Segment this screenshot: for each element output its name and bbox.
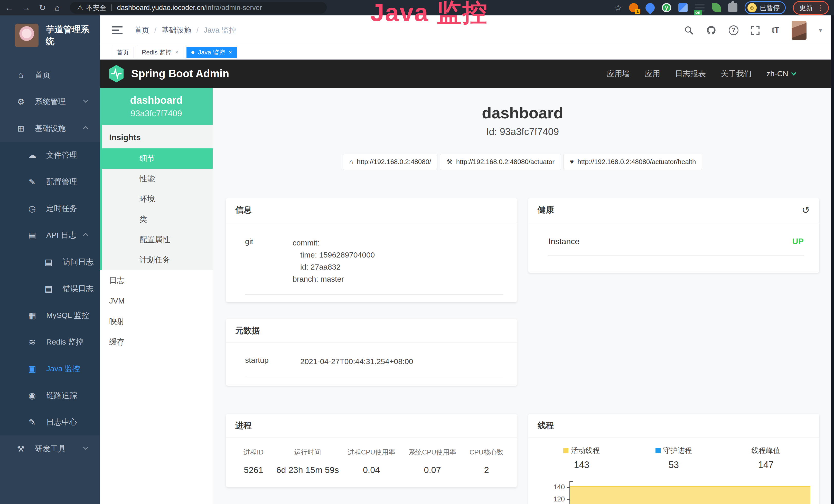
help-icon[interactable]: ? xyxy=(729,25,739,35)
close-icon[interactable]: × xyxy=(175,49,178,56)
sidebar-item-label: 研发工具 xyxy=(35,444,66,454)
chevron-down-icon xyxy=(83,97,88,103)
info-row-git: git commit: time: 1596289704000 id: 27aa… xyxy=(245,237,505,285)
instance-id: 93a3fc7f7409 xyxy=(130,109,182,118)
health-url: http://192.168.0.2:48080/actuator/health xyxy=(577,158,696,166)
sba-item-metrics[interactable]: 性能 xyxy=(102,169,213,189)
chevron-down-icon xyxy=(791,70,796,75)
breadcrumb-separator: / xyxy=(197,26,199,35)
actuator-url-button[interactable]: ⚒ http://192.168.0.2:48080/actuator xyxy=(440,154,561,170)
sidebar-item-error-log[interactable]: ▤ 错误日志 xyxy=(0,275,100,302)
sidebar-item-trace[interactable]: ◉ 链路追踪 xyxy=(0,382,100,409)
update-button[interactable]: 更新 ⋮ xyxy=(793,1,829,15)
sidebar-item-mysql-monitor[interactable]: ▦ MySQL 监控 xyxy=(0,302,100,329)
process-card-body: 进程ID 运行时间 进程CPU使用率 系统CPU使用率 CPU核心数 5261 … xyxy=(226,438,517,475)
java-monitor-icon: ▣ xyxy=(27,364,38,374)
sba-item-config-props[interactable]: 配置属性 xyxy=(102,230,213,250)
sba-item-scheduled-tasks[interactable]: 计划任务 xyxy=(102,250,213,270)
sidebar-item-label: Java 监控 xyxy=(46,364,80,374)
sba-item-details[interactable]: 细节 xyxy=(102,148,213,169)
sba-brand[interactable]: Spring Boot Admin xyxy=(131,68,229,80)
tab-java-monitor[interactable]: Java 监控 × xyxy=(186,47,237,58)
fullscreen-icon[interactable] xyxy=(751,26,760,35)
extension-badge: 1 xyxy=(635,9,640,15)
sidebar-item-dev-tools[interactable]: ⚒ 研发工具 xyxy=(0,435,100,462)
back-icon[interactable]: ← xyxy=(5,3,13,13)
sba-item-mappings[interactable]: 映射 xyxy=(100,311,213,332)
sidebar-item-access-log[interactable]: ▤ 访问日志 xyxy=(0,249,100,275)
sidebar-item-api-log[interactable]: ▤ API 日志 xyxy=(0,222,100,249)
sba-item-jvm[interactable]: JVM xyxy=(100,291,213,311)
info-card-body: git commit: time: 1596289704000 id: 27aa… xyxy=(226,222,517,295)
extension-icon-orange[interactable]: 1 xyxy=(629,3,638,12)
sidebar-item-log-center[interactable]: ✎ 日志中心 xyxy=(0,409,100,435)
sba-nav-journal[interactable]: 日志报表 xyxy=(675,69,706,79)
sba-item-classes[interactable]: 类 xyxy=(102,209,213,230)
cloud-upload-icon: ☁ xyxy=(27,150,38,160)
sidebar-item-file-manage[interactable]: ☁ 文件管理 xyxy=(0,142,100,168)
app-logo-row[interactable]: 芋道管理系统 xyxy=(0,16,100,50)
breadcrumb-separator: / xyxy=(154,26,156,35)
tab-home[interactable]: 首页 xyxy=(112,47,134,58)
tab-redis-monitor[interactable]: Redis 监控 × xyxy=(137,47,183,58)
heartbeat-icon: ♥ xyxy=(570,158,574,166)
sidebar-item-home[interactable]: ⌂ 首页 xyxy=(0,62,100,88)
caret-down-icon[interactable]: ▾ xyxy=(819,26,822,34)
locale-select[interactable]: zh-CN xyxy=(766,69,795,78)
breadcrumb-infrastructure[interactable]: 基础设施 xyxy=(161,25,191,36)
extension-icon-green[interactable]: y xyxy=(662,3,671,12)
sidebar-item-label: 基础设施 xyxy=(35,123,66,134)
instance-box: dashboard 93a3fc7f7409 xyxy=(100,88,213,125)
hamburger-icon[interactable] xyxy=(112,26,123,34)
sidebar-item-java-monitor[interactable]: ▣ Java 监控 xyxy=(0,356,100,382)
home-icon: ⌂ xyxy=(16,70,26,80)
close-icon[interactable]: × xyxy=(228,49,232,56)
sidebar-item-infrastructure[interactable]: ⊞ 基础设施 xyxy=(0,115,100,142)
sba-item-caches[interactable]: 缓存 xyxy=(100,332,213,352)
extension-icon-leaf[interactable] xyxy=(712,3,721,12)
metadata-card: 元数据 startup 2021-04-27T00:44:31.254+08:0… xyxy=(226,319,517,386)
extension-icon-grid[interactable] xyxy=(678,3,687,12)
git-time-line: time: 1596289704000 xyxy=(300,249,375,261)
security-label[interactable]: 不安全 xyxy=(86,3,106,12)
sidebar-item-config-manage[interactable]: ✎ 配置管理 xyxy=(0,168,100,195)
address-bar[interactable]: ⚠ 不安全 dashboard.yudao.iocoder.cn /infra/… xyxy=(70,2,327,14)
bookmark-star-icon[interactable]: ☆ xyxy=(614,3,622,13)
actuator-url: http://192.168.0.2:48080/actuator xyxy=(456,158,554,166)
sba-nav-applications[interactable]: 应用 xyxy=(645,69,660,79)
window-scrollbar[interactable] xyxy=(831,16,834,504)
sba-nav-wallboard[interactable]: 应用墙 xyxy=(607,69,630,79)
instance-name: dashboard xyxy=(130,94,182,106)
sba-item-environment[interactable]: 环境 xyxy=(102,189,213,209)
sba-item-logs[interactable]: 日志 xyxy=(100,270,213,291)
extension-icon-list[interactable]: on xyxy=(695,4,705,12)
reload-icon[interactable]: ↻ xyxy=(39,3,46,13)
log-center-icon: ✎ xyxy=(27,417,38,427)
breadcrumb-current: Java 监控 xyxy=(204,25,236,36)
sidebar-item-redis-monitor[interactable]: ≋ Redis 监控 xyxy=(0,329,100,356)
github-icon[interactable] xyxy=(706,25,716,36)
extensions-puzzle-icon[interactable] xyxy=(728,3,738,12)
app-sidebar: 芋道管理系统 ⌂ 首页 ⚙ 系统管理 ⊞ 基础设施 ☁ 文件管理 xyxy=(0,16,100,504)
avatar[interactable] xyxy=(792,21,807,40)
breadcrumb-home[interactable]: 首页 xyxy=(134,25,149,36)
browser-menu-icon[interactable]: ⋮ xyxy=(817,4,824,12)
health-url-button[interactable]: ♥ http://192.168.0.2:48080/actuator/heal… xyxy=(564,154,702,170)
cards-left-column: 信息 git commit: time: 1596289704000 id: 2… xyxy=(226,198,517,504)
legend-value: 147 xyxy=(758,460,774,471)
history-icon[interactable]: ↺ xyxy=(802,204,810,216)
sidebar-item-scheduled-task[interactable]: ◷ 定时任务 xyxy=(0,195,100,222)
browser-home-icon[interactable]: ⌂ xyxy=(55,3,60,13)
search-icon[interactable] xyxy=(684,25,694,35)
sba-nav-about[interactable]: 关于我们 xyxy=(721,69,751,79)
paused-profile-badge[interactable]: ☺ 已暂停 xyxy=(745,1,786,14)
app-title: 芋道管理系统 xyxy=(46,24,97,47)
forward-icon[interactable]: → xyxy=(22,3,30,13)
sidebar-item-system-manage[interactable]: ⚙ 系统管理 xyxy=(0,88,100,115)
service-url-button[interactable]: ⌂ http://192.168.0.2:48080/ xyxy=(343,154,438,170)
header-actions: ? tT ▾ xyxy=(684,21,822,40)
insights-group-title: Insights xyxy=(102,125,213,148)
text-size-icon[interactable]: tT xyxy=(772,26,779,35)
extension-icon-pin[interactable] xyxy=(644,1,657,15)
infrastructure-submenu: ☁ 文件管理 ✎ 配置管理 ◷ 定时任务 ▤ API 日志 ▤ xyxy=(0,142,100,435)
